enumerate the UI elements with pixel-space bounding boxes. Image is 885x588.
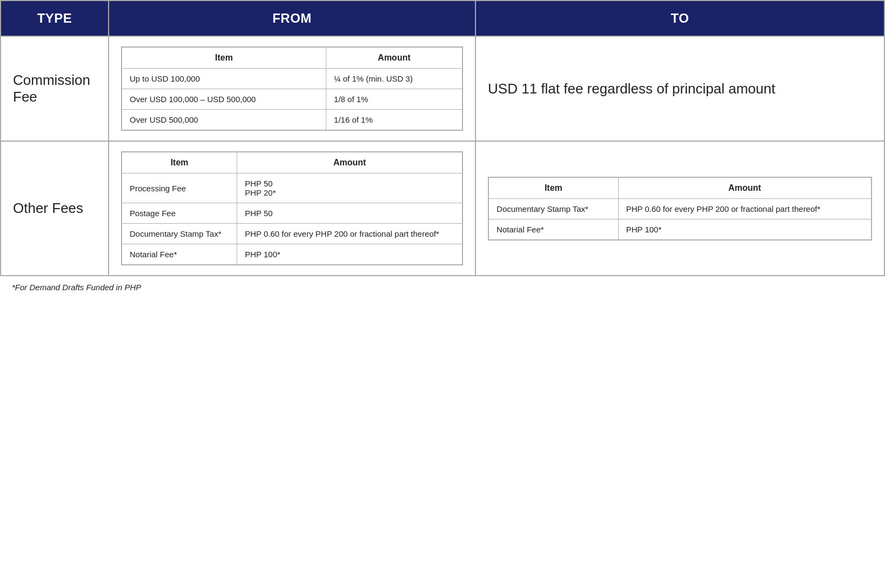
table-row: Over USD 500,000 1/16 of 1% — [122, 110, 462, 131]
footnote: *For Demand Drafts Funded in PHP — [0, 276, 885, 298]
inner-header-amount-commission: Amount — [326, 47, 463, 69]
inner-header-item-commission: Item — [122, 47, 326, 69]
table-row: Processing Fee PHP 50 PHP 20* — [122, 173, 462, 203]
otherfees-to-amount-1: PHP 0.60 for every PHP 200 or fractional… — [618, 198, 871, 219]
commission-amount-3: 1/16 of 1% — [326, 110, 463, 131]
table-row: Documentary Stamp Tax* PHP 0.60 for ever… — [122, 224, 462, 244]
inner-header-item-otherfees-to: Item — [488, 177, 618, 199]
otherfees-from-item-2: Postage Fee — [122, 203, 237, 224]
inner-table-otherfees-to: Item Amount Documentary Stamp Tax* PHP 0… — [488, 177, 872, 240]
commission-item-2: Over USD 100,000 – USD 500,000 — [122, 89, 326, 110]
otherfees-from-item-3: Documentary Stamp Tax* — [122, 224, 237, 244]
to-other-fees: Item Amount Documentary Stamp Tax* PHP 0… — [475, 141, 884, 276]
otherfees-from-amount-3: PHP 0.60 for every PHP 200 or fractional… — [237, 224, 462, 244]
table-row: Over USD 100,000 – USD 500,000 1/8 of 1% — [122, 89, 462, 110]
col-header-type: TYPE — [1, 1, 109, 36]
otherfees-from-amount-2: PHP 50 — [237, 203, 462, 224]
inner-header-item-otherfees: Item — [122, 152, 237, 173]
commission-item-3: Over USD 500,000 — [122, 110, 326, 131]
table-row-other-fees: Other Fees Item Amount Processing Fee PH… — [1, 141, 884, 276]
otherfees-to-item-2: Notarial Fee* — [488, 219, 618, 240]
commission-to-text: USD 11 flat fee regardless of principal … — [488, 81, 775, 97]
col-header-from: FROM — [109, 1, 475, 36]
commission-item-1: Up to USD 100,000 — [122, 69, 326, 89]
otherfees-to-item-1: Documentary Stamp Tax* — [488, 198, 618, 219]
type-commission-fee: Commission Fee — [1, 36, 109, 141]
table-row: Postage Fee PHP 50 — [122, 203, 462, 224]
inner-header-amount-otherfees: Amount — [237, 152, 462, 173]
col-header-to: TO — [475, 1, 884, 36]
to-commission-fee: USD 11 flat fee regardless of principal … — [475, 36, 884, 141]
inner-table-otherfees-from: Item Amount Processing Fee PHP 50 PHP 20… — [121, 151, 463, 265]
otherfees-from-amount-1: PHP 50 PHP 20* — [237, 173, 462, 203]
commission-amount-1: ¼ of 1% (min. USD 3) — [326, 69, 463, 89]
from-other-fees: Item Amount Processing Fee PHP 50 PHP 20… — [109, 141, 475, 276]
type-other-fees: Other Fees — [1, 141, 109, 276]
otherfees-to-amount-2: PHP 100* — [618, 219, 871, 240]
otherfees-from-amount-4: PHP 100* — [237, 244, 462, 265]
main-table: TYPE FROM TO Commission Fee Item Amount — [0, 0, 885, 276]
table-row: Documentary Stamp Tax* PHP 0.60 for ever… — [488, 198, 871, 219]
otherfees-from-item-4: Notarial Fee* — [122, 244, 237, 265]
table-row: Notarial Fee* PHP 100* — [122, 244, 462, 265]
table-row: Up to USD 100,000 ¼ of 1% (min. USD 3) — [122, 69, 462, 89]
table-row-commission: Commission Fee Item Amount Up to USD 100… — [1, 36, 884, 141]
commission-amount-2: 1/8 of 1% — [326, 89, 463, 110]
otherfees-from-item-1: Processing Fee — [122, 173, 237, 203]
inner-table-commission-from: Item Amount Up to USD 100,000 ¼ of 1% (m… — [121, 46, 463, 131]
inner-header-amount-otherfees-to: Amount — [618, 177, 871, 199]
table-row: Notarial Fee* PHP 100* — [488, 219, 871, 240]
from-commission-fee: Item Amount Up to USD 100,000 ¼ of 1% (m… — [109, 36, 475, 141]
